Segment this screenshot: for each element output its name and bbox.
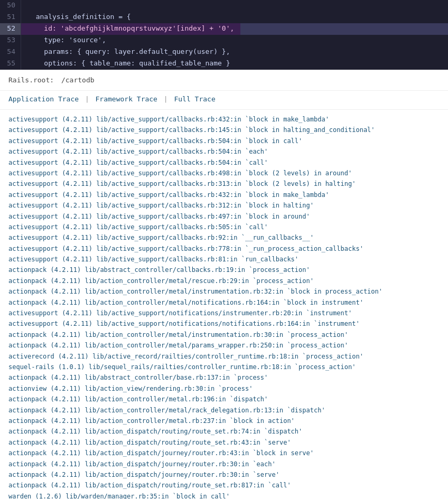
trace-item[interactable]: activesupport (4.2.11) lib/active_suppor… <box>8 136 440 146</box>
trace-item[interactable]: activesupport (4.2.11) lib/active_suppor… <box>8 168 440 178</box>
line-code: analysis_definition = { <box>21 12 137 23</box>
trace-item[interactable]: activesupport (4.2.11) lib/active_suppor… <box>8 157 440 168</box>
trace-item[interactable]: activesupport (4.2.11) lib/active_suppor… <box>8 200 440 211</box>
trace-item[interactable]: actionpack (4.2.11) lib/action_controlle… <box>8 329 440 340</box>
trace-item[interactable]: actionpack (4.2.11) lib/action_dispatch/… <box>8 469 440 480</box>
trace-item[interactable]: actionpack (4.2.11) lib/action_controlle… <box>8 286 440 297</box>
application-trace-link[interactable]: Application Trace <box>8 95 79 103</box>
line-code: params: { query: layer.default_query(use… <box>21 46 237 58</box>
source-line: 53 type: 'source', <box>0 35 448 46</box>
trace-item[interactable]: actionpack (4.2.11) lib/action_controlle… <box>8 340 440 351</box>
trace-item[interactable]: activesupport (4.2.11) lib/active_suppor… <box>8 308 440 318</box>
line-number: 50 <box>0 0 21 12</box>
source-line: 55 options: { table_name: qualified_tabl… <box>0 58 448 70</box>
line-number: 54 <box>0 46 21 58</box>
trace-item[interactable]: activesupport (4.2.11) lib/active_suppor… <box>8 243 440 254</box>
rails-root-path: /cartodb <box>61 76 95 84</box>
trace-item[interactable]: activesupport (4.2.11) lib/active_suppor… <box>8 114 440 125</box>
trace-item[interactable]: actionview (4.2.11) lib/action_view/rend… <box>8 383 440 394</box>
trace-item[interactable]: activesupport (4.2.11) lib/active_suppor… <box>8 125 440 135</box>
rails-root-label: Rails.root: <box>8 76 54 84</box>
trace-list: activesupport (4.2.11) lib/active_suppor… <box>0 110 448 499</box>
trace-item[interactable]: activesupport (4.2.11) lib/active_suppor… <box>8 211 440 222</box>
trace-item[interactable]: actionpack (4.2.11) lib/action_controlle… <box>8 394 440 404</box>
trace-item[interactable]: actionpack (4.2.11) lib/action_controlle… <box>8 297 440 308</box>
source-line: 51 analysis_definition = { <box>0 12 448 23</box>
trace-item[interactable]: actionpack (4.2.11) lib/action_dispatch/… <box>8 480 440 491</box>
source-line: 52 id: 'abcdefghijklmnopqrstuvwxyz'[inde… <box>0 23 448 35</box>
trace-item[interactable]: actionpack (4.2.11) lib/action_controlle… <box>8 276 440 286</box>
trace-item[interactable]: actionpack (4.2.11) lib/action_dispatch/… <box>8 459 440 469</box>
trace-item[interactable]: activesupport (4.2.11) lib/active_suppor… <box>8 190 440 200</box>
trace-item[interactable]: activesupport (4.2.11) lib/active_suppor… <box>8 146 440 157</box>
source-line: 50 <box>0 0 448 12</box>
trace-item[interactable]: activesupport (4.2.11) lib/active_suppor… <box>8 232 440 243</box>
trace-item[interactable]: warden (1.2.6) lib/warden/manager.rb:35:… <box>8 491 440 499</box>
line-number: 53 <box>0 35 21 46</box>
line-code: type: 'source', <box>21 35 113 46</box>
line-code <box>21 0 34 12</box>
trace-item[interactable]: actionpack (4.2.11) lib/action_controlle… <box>8 416 440 426</box>
trace-item[interactable]: activesupport (4.2.11) lib/active_suppor… <box>8 254 440 265</box>
line-number: 51 <box>0 12 21 23</box>
source-box: 5051 analysis_definition = {52 id: 'abcd… <box>0 0 448 70</box>
trace-item[interactable]: activerecord (4.2.11) lib/active_record/… <box>8 351 440 362</box>
trace-item[interactable]: actionpack (4.2.11) lib/abstract_control… <box>8 372 440 383</box>
trace-item[interactable]: activesupport (4.2.11) lib/active_suppor… <box>8 222 440 232</box>
rails-root-section: Rails.root: /cartodb <box>0 70 448 91</box>
line-number: 55 <box>0 58 21 70</box>
trace-item[interactable]: actionpack (4.2.11) lib/action_dispatch/… <box>8 437 440 448</box>
trace-item[interactable]: actionpack (4.2.11) lib/abstract_control… <box>8 265 440 275</box>
trace-item[interactable]: actionpack (4.2.11) lib/action_dispatch/… <box>8 426 440 437</box>
trace-item[interactable]: activesupport (4.2.11) lib/active_suppor… <box>8 178 440 189</box>
line-code: options: { table_name: qualified_table_n… <box>21 58 237 70</box>
separator-1: | <box>85 95 89 103</box>
full-trace-link[interactable]: Full Trace <box>174 95 215 103</box>
trace-item[interactable]: actionpack (4.2.11) lib/action_controlle… <box>8 405 440 416</box>
trace-item[interactable]: activesupport (4.2.11) lib/active_suppor… <box>8 318 440 329</box>
trace-nav: Application Trace | Framework Trace | Fu… <box>0 91 448 110</box>
line-code: id: 'abcdefghijklmnopqrstuvwxyz'[index] … <box>21 23 240 35</box>
trace-item[interactable]: actionpack (4.2.11) lib/action_dispatch/… <box>8 448 440 458</box>
trace-item[interactable]: sequel-rails (1.0.1) lib/sequel_rails/ra… <box>8 362 440 372</box>
source-line: 54 params: { query: layer.default_query(… <box>0 46 448 58</box>
framework-trace-link[interactable]: Framework Trace <box>96 95 157 103</box>
line-number: 52 <box>0 23 21 35</box>
separator-2: | <box>164 95 168 103</box>
